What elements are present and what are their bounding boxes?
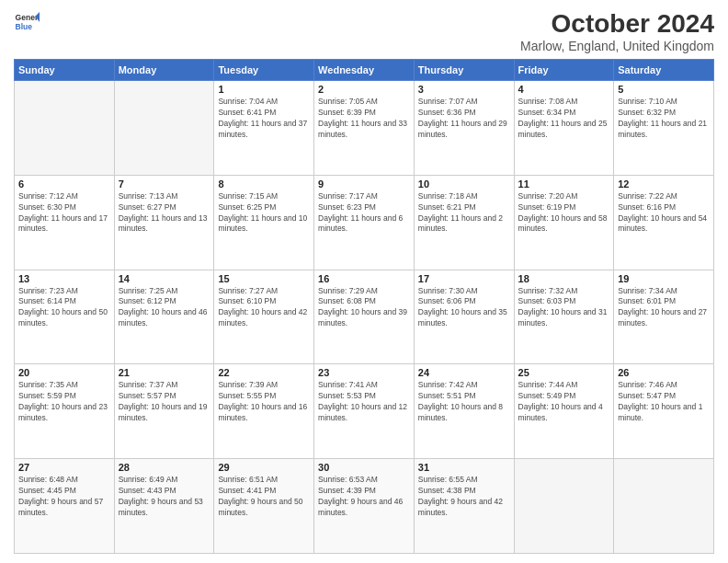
day-number: 23 xyxy=(318,367,410,378)
day-number: 8 xyxy=(218,178,310,190)
calendar-cell: 3Sunrise: 7:07 AM Sunset: 6:36 PM Daylig… xyxy=(414,81,514,176)
calendar-week-row: 13Sunrise: 7:23 AM Sunset: 6:14 PM Dayli… xyxy=(15,270,714,364)
svg-text:Blue: Blue xyxy=(16,22,33,31)
day-number: 18 xyxy=(518,273,610,284)
day-info: Sunrise: 7:39 AM Sunset: 5:55 PM Dayligh… xyxy=(218,380,310,424)
calendar-cell: 8Sunrise: 7:15 AM Sunset: 6:25 PM Daylig… xyxy=(214,175,314,270)
day-number: 3 xyxy=(418,84,510,95)
day-number: 17 xyxy=(418,273,510,284)
weekday-header-sunday: Sunday xyxy=(15,60,115,81)
calendar-cell: 7Sunrise: 7:13 AM Sunset: 6:27 PM Daylig… xyxy=(114,175,214,270)
calendar-cell: 4Sunrise: 7:08 AM Sunset: 6:34 PM Daylig… xyxy=(514,81,614,176)
calendar-cell xyxy=(514,459,614,554)
day-info: Sunrise: 7:30 AM Sunset: 6:06 PM Dayligh… xyxy=(418,286,510,330)
day-number: 11 xyxy=(518,178,610,190)
day-info: Sunrise: 7:08 AM Sunset: 6:34 PM Dayligh… xyxy=(518,97,610,141)
day-number: 19 xyxy=(618,273,710,284)
day-number: 27 xyxy=(18,462,110,473)
day-info: Sunrise: 7:04 AM Sunset: 6:41 PM Dayligh… xyxy=(218,97,310,141)
calendar-cell: 22Sunrise: 7:39 AM Sunset: 5:55 PM Dayli… xyxy=(214,364,314,459)
calendar-cell: 5Sunrise: 7:10 AM Sunset: 6:32 PM Daylig… xyxy=(614,81,714,176)
day-info: Sunrise: 7:27 AM Sunset: 6:10 PM Dayligh… xyxy=(218,286,310,330)
logo-icon: General Blue xyxy=(14,9,40,35)
calendar-cell: 27Sunrise: 6:48 AM Sunset: 4:45 PM Dayli… xyxy=(15,459,115,554)
calendar-week-row: 27Sunrise: 6:48 AM Sunset: 4:45 PM Dayli… xyxy=(15,459,714,554)
day-info: Sunrise: 7:17 AM Sunset: 6:23 PM Dayligh… xyxy=(318,191,410,236)
day-number: 21 xyxy=(119,367,210,378)
calendar-cell: 14Sunrise: 7:25 AM Sunset: 6:12 PM Dayli… xyxy=(114,270,214,364)
day-info: Sunrise: 6:49 AM Sunset: 4:43 PM Dayligh… xyxy=(119,475,210,519)
calendar-cell xyxy=(614,459,714,554)
calendar-cell: 9Sunrise: 7:17 AM Sunset: 6:23 PM Daylig… xyxy=(314,175,415,270)
day-info: Sunrise: 7:46 AM Sunset: 5:47 PM Dayligh… xyxy=(618,380,710,424)
day-info: Sunrise: 6:53 AM Sunset: 4:39 PM Dayligh… xyxy=(318,475,410,519)
main-title: October 2024 xyxy=(520,9,714,39)
calendar-week-row: 1Sunrise: 7:04 AM Sunset: 6:41 PM Daylig… xyxy=(15,81,714,176)
calendar-week-row: 20Sunrise: 7:35 AM Sunset: 5:59 PM Dayli… xyxy=(15,364,714,459)
day-info: Sunrise: 7:07 AM Sunset: 6:36 PM Dayligh… xyxy=(418,97,510,141)
weekday-header-friday: Friday xyxy=(514,60,614,81)
calendar-cell: 16Sunrise: 7:29 AM Sunset: 6:08 PM Dayli… xyxy=(314,270,415,364)
day-info: Sunrise: 7:32 AM Sunset: 6:03 PM Dayligh… xyxy=(518,286,610,330)
day-info: Sunrise: 6:51 AM Sunset: 4:41 PM Dayligh… xyxy=(218,475,310,519)
calendar-cell: 20Sunrise: 7:35 AM Sunset: 5:59 PM Dayli… xyxy=(15,364,115,459)
day-number: 30 xyxy=(318,462,410,473)
day-info: Sunrise: 6:55 AM Sunset: 4:38 PM Dayligh… xyxy=(418,475,510,519)
day-number: 6 xyxy=(18,178,110,190)
calendar-cell: 21Sunrise: 7:37 AM Sunset: 5:57 PM Dayli… xyxy=(114,364,214,459)
day-number: 15 xyxy=(218,273,310,284)
day-info: Sunrise: 7:18 AM Sunset: 6:21 PM Dayligh… xyxy=(418,191,510,236)
title-block: October 2024 Marlow, England, United Kin… xyxy=(520,9,714,53)
calendar-cell: 11Sunrise: 7:20 AM Sunset: 6:19 PM Dayli… xyxy=(514,175,614,270)
calendar-cell: 12Sunrise: 7:22 AM Sunset: 6:16 PM Dayli… xyxy=(614,175,714,270)
day-info: Sunrise: 7:29 AM Sunset: 6:08 PM Dayligh… xyxy=(318,286,410,330)
day-info: Sunrise: 7:35 AM Sunset: 5:59 PM Dayligh… xyxy=(18,380,110,424)
calendar-cell: 15Sunrise: 7:27 AM Sunset: 6:10 PM Dayli… xyxy=(214,270,314,364)
calendar-cell: 28Sunrise: 6:49 AM Sunset: 4:43 PM Dayli… xyxy=(114,459,214,554)
day-number: 22 xyxy=(218,367,310,378)
calendar-cell: 18Sunrise: 7:32 AM Sunset: 6:03 PM Dayli… xyxy=(514,270,614,364)
day-info: Sunrise: 7:13 AM Sunset: 6:27 PM Dayligh… xyxy=(119,191,210,236)
calendar-cell xyxy=(114,81,214,176)
day-info: Sunrise: 7:23 AM Sunset: 6:14 PM Dayligh… xyxy=(18,286,110,330)
day-info: Sunrise: 7:22 AM Sunset: 6:16 PM Dayligh… xyxy=(618,191,710,236)
day-number: 26 xyxy=(618,367,710,378)
weekday-header-row: SundayMondayTuesdayWednesdayThursdayFrid… xyxy=(15,60,714,81)
calendar-cell: 17Sunrise: 7:30 AM Sunset: 6:06 PM Dayli… xyxy=(414,270,514,364)
calendar-cell: 13Sunrise: 7:23 AM Sunset: 6:14 PM Dayli… xyxy=(15,270,115,364)
day-info: Sunrise: 7:37 AM Sunset: 5:57 PM Dayligh… xyxy=(119,380,210,424)
day-info: Sunrise: 7:05 AM Sunset: 6:39 PM Dayligh… xyxy=(318,97,410,141)
calendar-cell: 25Sunrise: 7:44 AM Sunset: 5:49 PM Dayli… xyxy=(514,364,614,459)
calendar-cell: 29Sunrise: 6:51 AM Sunset: 4:41 PM Dayli… xyxy=(214,459,314,554)
day-info: Sunrise: 7:44 AM Sunset: 5:49 PM Dayligh… xyxy=(518,380,610,424)
day-info: Sunrise: 7:10 AM Sunset: 6:32 PM Dayligh… xyxy=(618,97,710,141)
day-number: 14 xyxy=(119,273,210,284)
day-number: 24 xyxy=(418,367,510,378)
day-info: Sunrise: 7:34 AM Sunset: 6:01 PM Dayligh… xyxy=(618,286,710,330)
day-info: Sunrise: 6:48 AM Sunset: 4:45 PM Dayligh… xyxy=(18,475,110,519)
day-info: Sunrise: 7:12 AM Sunset: 6:30 PM Dayligh… xyxy=(18,191,110,236)
day-number: 10 xyxy=(418,178,510,190)
weekday-header-thursday: Thursday xyxy=(414,60,514,81)
day-number: 2 xyxy=(318,84,410,95)
calendar-cell: 23Sunrise: 7:41 AM Sunset: 5:53 PM Dayli… xyxy=(314,364,415,459)
header: General Blue October 2024 Marlow, Englan… xyxy=(14,9,714,53)
calendar-cell: 10Sunrise: 7:18 AM Sunset: 6:21 PM Dayli… xyxy=(414,175,514,270)
day-number: 20 xyxy=(18,367,110,378)
day-info: Sunrise: 7:25 AM Sunset: 6:12 PM Dayligh… xyxy=(119,286,210,330)
calendar-cell: 30Sunrise: 6:53 AM Sunset: 4:39 PM Dayli… xyxy=(314,459,415,554)
calendar-cell xyxy=(15,81,115,176)
logo: General Blue xyxy=(14,9,40,35)
day-number: 4 xyxy=(518,84,610,95)
day-number: 9 xyxy=(318,178,410,190)
calendar-cell: 26Sunrise: 7:46 AM Sunset: 5:47 PM Dayli… xyxy=(614,364,714,459)
calendar-cell: 24Sunrise: 7:42 AM Sunset: 5:51 PM Dayli… xyxy=(414,364,514,459)
day-number: 16 xyxy=(318,273,410,284)
day-info: Sunrise: 7:41 AM Sunset: 5:53 PM Dayligh… xyxy=(318,380,410,424)
day-number: 7 xyxy=(119,178,210,190)
weekday-header-monday: Monday xyxy=(114,60,214,81)
subtitle: Marlow, England, United Kingdom xyxy=(520,39,714,53)
day-number: 29 xyxy=(218,462,310,473)
calendar-cell: 31Sunrise: 6:55 AM Sunset: 4:38 PM Dayli… xyxy=(414,459,514,554)
day-number: 12 xyxy=(618,178,710,190)
